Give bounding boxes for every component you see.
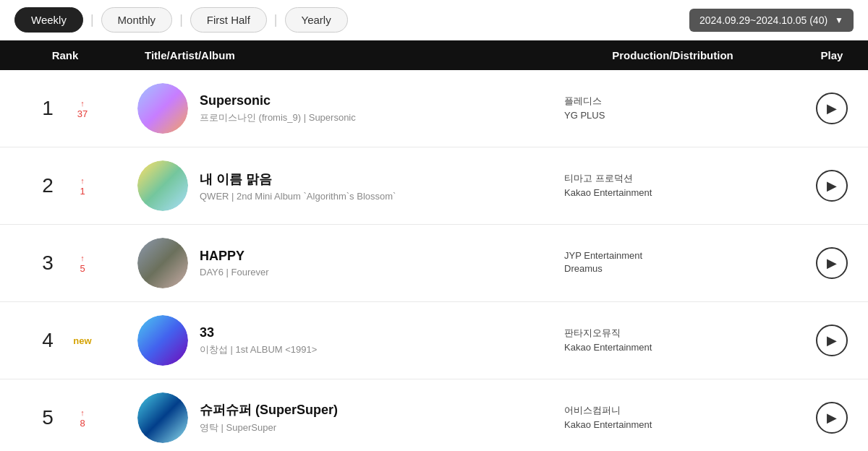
distribution-label: YG PLUS [564, 110, 781, 121]
production-label: 티마고 프로덕션 [564, 172, 781, 185]
rank-change-badge: 37 [72, 98, 93, 119]
play-button[interactable]: ▶ [816, 170, 848, 202]
track-info: 내 이름 맑음 QWER | 2nd Mini Album `Algorithm… [200, 171, 396, 202]
album-art [137, 315, 188, 366]
track-title: 33 [200, 325, 317, 340]
rank-number: 3 [37, 252, 59, 275]
track-info: HAPPY DAY6 | Fourever [200, 249, 269, 278]
production-cell: 어비스컴퍼니 Kakao Entertainment [550, 404, 796, 432]
production-cell: 판타지오뮤직 Kakao Entertainment [550, 327, 796, 355]
rank-cell: 3 5 [0, 252, 130, 275]
production-label: 어비스컴퍼니 [564, 404, 781, 417]
track-subtitle: QWER | 2nd Mini Album `Algorithm`s Bloss… [200, 191, 396, 202]
album-art-circle [137, 83, 188, 134]
title-cell: HAPPY DAY6 | Fourever [130, 238, 550, 288]
col-production: Production/Distribution [550, 49, 796, 61]
play-button[interactable]: ▶ [816, 325, 848, 356]
track-subtitle: DAY6 | Fourever [200, 267, 269, 278]
track-info: Supersonic 프로미스나인 (fromis_9) | Supersoni… [200, 93, 356, 124]
date-range-label: 2024.09.29~2024.10.05 (40) [699, 14, 827, 26]
play-button[interactable]: ▶ [816, 402, 848, 434]
rank-number: 4 [37, 329, 59, 352]
play-cell: ▶ [796, 247, 868, 279]
production-label: 플레디스 [564, 95, 781, 108]
track-subtitle: 이창섭 | 1st ALBUM <1991> [200, 343, 317, 356]
rank-change-badge: 1 [72, 175, 93, 197]
tab-group: Weekly | Monthly | First Half | Yearly [14, 7, 348, 33]
rank-cell: 1 37 [0, 97, 130, 120]
tab-divider-1: | [90, 12, 94, 27]
title-cell: 슈퍼슈퍼 (SuperSuper) 영탁 | SuperSuper [130, 392, 550, 443]
title-cell: 33 이창섭 | 1st ALBUM <1991> [130, 315, 550, 366]
tracks-list: 1 37 Supersonic 프로미스나인 (fromis_9) | Supe… [0, 70, 868, 451]
play-cell: ▶ [796, 170, 868, 202]
track-subtitle: 프로미스나인 (fromis_9) | Supersonic [200, 111, 356, 124]
distribution-label: Kakao Entertainment [564, 342, 781, 353]
play-cell: ▶ [796, 402, 868, 434]
play-button[interactable]: ▶ [816, 247, 848, 279]
distribution-label: Dreamus [564, 263, 781, 274]
album-art [137, 83, 188, 134]
album-art [137, 392, 188, 443]
track-info: 슈퍼슈퍼 (SuperSuper) 영탁 | SuperSuper [200, 401, 338, 434]
rank-change-badge: 8 [72, 407, 93, 429]
col-rank: Rank [0, 49, 130, 61]
tab-divider-3: | [274, 12, 278, 27]
table-row: 1 37 Supersonic 프로미스나인 (fromis_9) | Supe… [0, 70, 868, 147]
col-play: Play [796, 49, 868, 61]
production-label: JYP Entertainment [564, 250, 781, 261]
album-art-circle [137, 238, 188, 288]
dropdown-arrow-icon: ▼ [835, 15, 843, 25]
rank-cell: 4 new [0, 329, 130, 352]
rank-number: 1 [37, 97, 59, 120]
track-title: 내 이름 맑음 [200, 171, 396, 188]
rank-cell: 5 8 [0, 406, 130, 429]
track-title: HAPPY [200, 249, 269, 264]
rank-number: 5 [37, 406, 59, 429]
production-cell: JYP Entertainment Dreamus [550, 250, 796, 276]
table-header: Rank Title/Artist/Album Production/Distr… [0, 40, 868, 70]
tab-monthly[interactable]: Monthly [101, 7, 173, 33]
album-art-circle [137, 160, 188, 211]
tab-first-half[interactable]: First Half [190, 7, 267, 33]
play-button[interactable]: ▶ [816, 93, 848, 124]
track-info: 33 이창섭 | 1st ALBUM <1991> [200, 325, 317, 356]
tab-weekly[interactable]: Weekly [14, 7, 83, 33]
title-cell: 내 이름 맑음 QWER | 2nd Mini Album `Algorithm… [130, 160, 550, 211]
production-cell: 티마고 프로덕션 Kakao Entertainment [550, 172, 796, 200]
table-row: 3 5 HAPPY DAY6 | Fourever JYP Entertainm… [0, 225, 868, 302]
rank-cell: 2 1 [0, 174, 130, 197]
table-row: 2 1 내 이름 맑음 QWER | 2nd Mini Album `Algor… [0, 147, 868, 225]
track-title: 슈퍼슈퍼 (SuperSuper) [200, 401, 338, 418]
play-cell: ▶ [796, 325, 868, 356]
rank-change-badge: new [72, 335, 93, 346]
distribution-label: Kakao Entertainment [564, 419, 781, 430]
play-cell: ▶ [796, 93, 868, 124]
production-cell: 플레디스 YG PLUS [550, 95, 796, 123]
tab-yearly[interactable]: Yearly [285, 7, 348, 33]
distribution-label: Kakao Entertainment [564, 187, 781, 198]
col-title: Title/Artist/Album [130, 49, 550, 61]
album-art [137, 238, 188, 288]
date-range-selector[interactable]: 2024.09.29~2024.10.05 (40) ▼ [689, 9, 854, 32]
rank-change-badge: 5 [72, 252, 93, 274]
album-art [137, 160, 188, 211]
table-row: 4 new 33 이창섭 | 1st ALBUM <1991> 판타지오뮤직 K… [0, 302, 868, 379]
track-subtitle: 영탁 | SuperSuper [200, 421, 338, 434]
track-title: Supersonic [200, 93, 356, 108]
title-cell: Supersonic 프로미스나인 (fromis_9) | Supersoni… [130, 83, 550, 134]
table-row: 5 8 슈퍼슈퍼 (SuperSuper) 영탁 | SuperSuper 어비… [0, 379, 868, 451]
rank-number: 2 [37, 174, 59, 197]
top-bar: Weekly | Monthly | First Half | Yearly 2… [0, 0, 868, 40]
production-label: 판타지오뮤직 [564, 327, 781, 340]
album-art-circle [137, 315, 188, 366]
album-art-circle [137, 392, 188, 443]
tab-divider-2: | [179, 12, 183, 27]
